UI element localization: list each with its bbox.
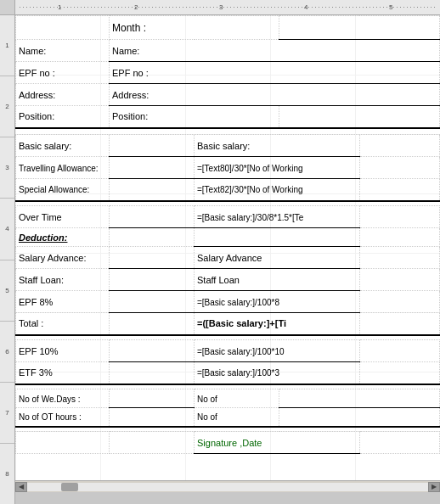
address-label: Address: [19, 90, 55, 100]
row-marker-1: 1 [0, 15, 14, 76]
overtime-value: =[Basic salary:]/30/8*1.5*[Te [197, 213, 303, 222]
basic-salary-label: Basic salary: [19, 141, 71, 151]
col-marker-5: 5 [389, 3, 392, 11]
signature-label: Signature ,Date [197, 438, 262, 448]
etf-3-label: ETF 3% [19, 367, 53, 378]
epf-8-value: =[Basic salary:]/100*8 [197, 298, 279, 307]
no-we-days-label: No of We.Days : [19, 395, 81, 404]
scroll-thumb[interactable] [61, 483, 78, 491]
name-label: Name: [19, 46, 46, 56]
deduction-label: Deduction: [19, 232, 67, 243]
row-marker-8: 8 [0, 444, 14, 504]
epf-10-value: =[Basic salary:]/100*10 [197, 347, 285, 356]
col-marker-1: 1 [58, 3, 61, 11]
epf-no-value: EPF no : [112, 68, 149, 78]
epf-no-label: EPF no : [19, 68, 55, 78]
month-label: Month : [112, 22, 146, 34]
row-marker-6: 6 [0, 322, 14, 383]
staff-loan-value: Staff Loan [197, 275, 240, 285]
address-value: Address: [112, 90, 149, 100]
travelling-value: =[Text80]/30*[No of Working [197, 164, 303, 173]
row-marker-5: 5 [0, 260, 14, 322]
etf-3-value: =[Basic salary:]/100*3 [197, 368, 279, 378]
epf-10-label: EPF 10% [19, 346, 58, 356]
no-of-label-2: No of [197, 412, 217, 422]
row-marker-4: 4 [0, 199, 14, 260]
special-value: =[Text82]/30*[No of Working [197, 185, 303, 194]
col-marker-2: 2 [134, 3, 138, 11]
travelling-label: Travelling Allowance: [19, 164, 99, 173]
position-label: Position: [19, 111, 54, 121]
total-value: =([Basic salary:]+[Ti [197, 318, 286, 328]
position-value: Position: [112, 111, 148, 121]
basic-salary-value: Basic salary: [197, 141, 250, 151]
no-ot-hours-label: No of OT hours : [19, 412, 82, 422]
name-value: Name: [112, 46, 139, 56]
col-marker-4: 4 [304, 3, 307, 11]
special-label: Special Allowance: [19, 185, 89, 194]
scroll-left-btn[interactable]: ◀ [15, 482, 27, 492]
staff-loan-label: Staff Loan: [19, 275, 64, 285]
overtime-label: Over Time [19, 212, 62, 222]
col-marker-3: 3 [219, 3, 223, 11]
total-label: Total : [19, 318, 43, 328]
row-marker-2: 2 [0, 76, 14, 137]
scrollbar-horizontal[interactable]: ◀ ▶ [15, 480, 440, 492]
row-marker-7: 7 [0, 383, 14, 444]
salary-advance-value: Salary Advance [197, 253, 262, 263]
no-of-label-1: No of [197, 395, 217, 404]
row-marker-3: 3 [0, 137, 14, 199]
scroll-right-btn[interactable]: ▶ [428, 482, 440, 492]
epf-8-label: EPF 8% [19, 297, 53, 307]
salary-advance-label: Salary Advance: [19, 253, 87, 263]
